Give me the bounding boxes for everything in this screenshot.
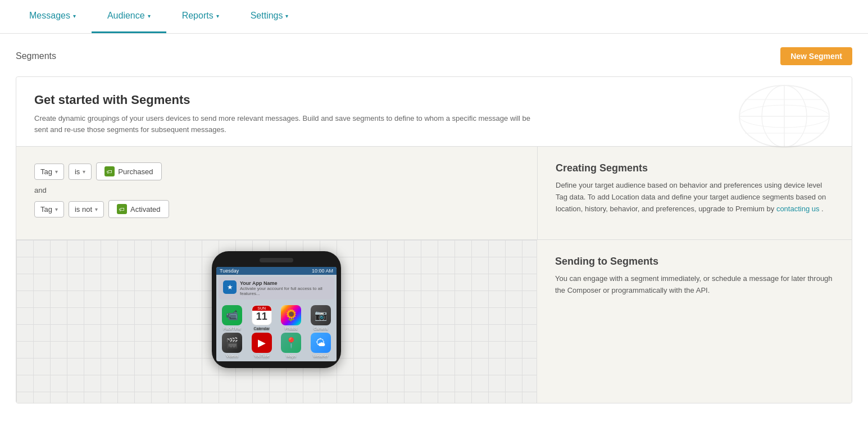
sending-segments-panel: Sending to Segments You can engage with … xyxy=(537,240,852,403)
nav-settings-label: Settings xyxy=(251,11,283,21)
creating-segments-panel: Creating Segments Define your target aud… xyxy=(537,147,852,239)
videos-label: Videos xyxy=(226,354,238,358)
tag-value-2[interactable]: 🏷 Activated xyxy=(108,200,169,218)
camera-label: Camera xyxy=(313,326,328,330)
new-segment-button[interactable]: New Segment xyxy=(780,47,852,65)
nav-audience[interactable]: Audience ▾ xyxy=(92,0,166,33)
notif-app-icon: ★ xyxy=(223,280,237,294)
tag-value-label-2: Activated xyxy=(130,205,160,214)
sending-card: Tuesday 10:00 AM ★ Your App Name Activat… xyxy=(16,239,852,403)
maps-icon-img: 📍 xyxy=(281,333,301,353)
page-header: Segments New Segment xyxy=(16,47,852,65)
page-title: Segments xyxy=(16,51,56,61)
app-icon-camera: 📷 Camera xyxy=(307,305,335,330)
nav-reports[interactable]: Reports ▾ xyxy=(166,0,235,33)
creating-segments-body: Define your target audience based on beh… xyxy=(556,180,834,215)
is-chevron-1: ▾ xyxy=(83,169,85,175)
youtube-label: YouTube xyxy=(254,354,270,358)
is-dropdown-1[interactable]: is ▾ xyxy=(69,164,92,180)
weather-label: Weather xyxy=(313,354,328,358)
nav-messages[interactable]: Messages ▾ xyxy=(13,0,92,33)
facetime-label: FaceTime xyxy=(224,326,241,330)
is-not-chevron-2: ▾ xyxy=(95,206,98,212)
app-icons-grid: 📹 FaceTime SUN 11 Calendar xyxy=(216,302,337,361)
photos-label: Photos xyxy=(285,326,297,330)
get-started-heading: Get started with Segments xyxy=(34,93,834,107)
calendar-label: Calendar xyxy=(254,326,270,330)
get-started-description: Create dynamic groupings of your users d… xyxy=(34,113,540,135)
facetime-icon-img: 📹 xyxy=(222,305,242,325)
globe-watermark-icon xyxy=(728,83,840,150)
notif-app-name: Your App Name xyxy=(240,280,330,286)
nav-messages-label: Messages xyxy=(29,11,70,21)
tag-label-2: Tag xyxy=(40,205,52,214)
get-started-header: Get started with Segments Create dynamic… xyxy=(16,77,852,135)
top-navigation: Messages ▾ Audience ▾ Reports ▾ Settings… xyxy=(0,0,868,34)
app-icon-photos: 🌻 Photos xyxy=(278,305,305,330)
app-icon-calendar: SUN 11 Calendar xyxy=(248,305,276,330)
is-not-label-2: is not xyxy=(75,205,92,214)
calendar-icon-img: SUN 11 xyxy=(252,305,272,325)
notif-text: Your App Name Activate your account for … xyxy=(240,280,330,296)
tag-value-1[interactable]: 🏷 Purchased xyxy=(96,162,161,180)
is-not-dropdown-2[interactable]: is not ▾ xyxy=(69,201,104,217)
page-content: Segments New Segment Get started with Se… xyxy=(0,34,868,417)
app-icon-maps: 📍 Maps xyxy=(278,333,305,358)
app-icon-weather: 🌤 Weather xyxy=(307,333,335,358)
tag-chevron-1: ▾ xyxy=(55,169,58,175)
nav-audience-label: Audience xyxy=(107,11,145,21)
app-icon-facetime: 📹 FaceTime xyxy=(219,305,246,330)
creating-segments-heading: Creating Segments xyxy=(556,162,834,174)
maps-label: Maps xyxy=(287,354,296,358)
segment-demo-area: Tag ▾ is ▾ 🏷 Purchased and xyxy=(16,146,852,239)
condition-row-1: Tag ▾ is ▾ 🏷 Purchased xyxy=(34,162,519,180)
segment-builder-panel: Tag ▾ is ▾ 🏷 Purchased and xyxy=(16,147,537,239)
phone-speaker xyxy=(260,258,293,262)
condition-row-2: Tag ▾ is not ▾ 🏷 Activated xyxy=(34,200,519,218)
photos-icon-img: 🌻 xyxy=(281,305,301,325)
phone-screen: Tuesday 10:00 AM ★ Your App Name Activat… xyxy=(216,267,337,361)
creating-segments-end: . xyxy=(821,205,824,213)
tag-value-label-1: Purchased xyxy=(118,167,153,176)
nav-audience-chevron: ▾ xyxy=(148,13,151,19)
app-icon-videos: 🎬 Videos xyxy=(219,333,246,358)
weather-icon-img: 🌤 xyxy=(311,333,331,353)
tag-label-1: Tag xyxy=(40,167,52,176)
phone-status-bar: Tuesday 10:00 AM xyxy=(216,267,337,275)
phone-status-left: Tuesday xyxy=(220,268,239,274)
sending-segments-heading: Sending to Segments xyxy=(555,256,834,267)
nav-messages-chevron: ▾ xyxy=(73,13,76,19)
phone-mockup: Tuesday 10:00 AM ★ Your App Name Activat… xyxy=(212,251,341,368)
contacting-us-link[interactable]: contacting us xyxy=(776,205,820,213)
nav-reports-chevron: ▾ xyxy=(216,13,219,19)
phone-status-right: 10:00 AM xyxy=(312,268,333,274)
is-label-1: is xyxy=(75,167,80,176)
tag-icon-1: 🏷 xyxy=(104,166,115,176)
camera-icon-img: 📷 xyxy=(311,305,331,325)
tag-icon-2: 🏷 xyxy=(117,204,127,214)
tag-dropdown-2[interactable]: Tag ▾ xyxy=(34,201,64,217)
app-icon-youtube: ▶ YouTube xyxy=(248,333,276,358)
tag-chevron-2: ▾ xyxy=(55,206,58,212)
nav-settings[interactable]: Settings ▾ xyxy=(235,0,305,33)
youtube-icon-img: ▶ xyxy=(252,333,272,353)
notification-banner: ★ Your App Name Activate your account fo… xyxy=(219,277,334,300)
main-card: Get started with Segments Create dynamic… xyxy=(16,76,852,403)
tag-dropdown-1[interactable]: Tag ▾ xyxy=(34,164,64,180)
videos-icon-img: 🎬 xyxy=(222,333,242,353)
notif-app-body: Activate your account for full access to… xyxy=(240,286,330,296)
nav-reports-label: Reports xyxy=(182,11,213,21)
phone-panel: Tuesday 10:00 AM ★ Your App Name Activat… xyxy=(16,240,537,403)
nav-settings-chevron: ▾ xyxy=(285,13,288,19)
and-label: and xyxy=(34,186,519,194)
sending-segments-body: You can engage with a segment immediatel… xyxy=(555,273,834,297)
